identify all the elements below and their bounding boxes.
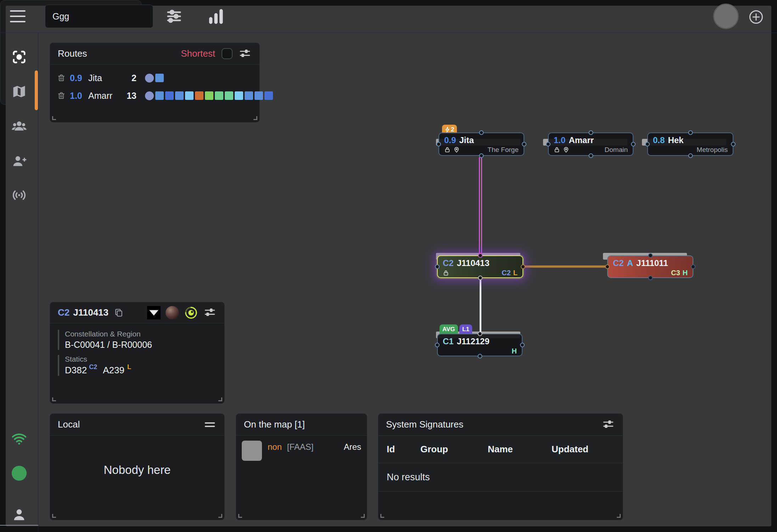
resize-handle[interactable] — [617, 514, 621, 518]
pilot-row[interactable]: non [FAAS] Ares — [236, 436, 367, 466]
system-thumbnail[interactable] — [166, 306, 179, 319]
constellation-region-value: B-C00041 / B-R00006 — [65, 340, 224, 350]
lock-icon — [554, 147, 560, 153]
selected-system-class: C2 — [58, 307, 69, 318]
signatures-settings-icon[interactable] — [602, 419, 615, 431]
lightning-icon — [445, 126, 450, 133]
constellation-region-label: Constellation & Region — [65, 330, 224, 338]
user-avatar[interactable] — [713, 4, 739, 29]
local-panel: Local Nobody here — [50, 413, 225, 520]
route-jump-square — [235, 91, 243, 100]
route-jump-square — [185, 91, 194, 100]
local-menu-icon[interactable] — [203, 421, 217, 429]
statics-label: Statics — [65, 355, 224, 363]
map-node-j110413-selected[interactable]: C2 J110413 C2 L — [437, 255, 523, 278]
shortest-checkbox[interactable] — [222, 48, 233, 59]
local-title: Local — [58, 419, 80, 430]
resize-handle[interactable] — [52, 514, 56, 518]
activity-chart-icon[interactable] — [206, 6, 225, 26]
selected-system-name: J110413 — [73, 307, 108, 318]
system-name: Hek — [668, 135, 683, 145]
routes-settings-icon[interactable] — [238, 48, 252, 60]
connection-status-icon — [11, 431, 27, 447]
online-status-dot — [11, 465, 27, 481]
region-name: The Forge — [487, 146, 519, 154]
pilot-corp-ticker: [FAAS] — [287, 442, 314, 452]
resize-handle[interactable] — [361, 514, 365, 518]
resize-handle[interactable] — [52, 397, 56, 401]
route-security: 0.9 — [70, 73, 88, 83]
left-sidebar — [0, 33, 38, 532]
pin-icon — [563, 147, 569, 153]
add-map-icon[interactable] — [749, 10, 764, 24]
active-tab-indicator — [35, 70, 38, 110]
route-jump-square — [255, 91, 263, 100]
system-name: J112129 — [457, 336, 490, 346]
info-settings-icon[interactable] — [203, 307, 217, 319]
static-class: C2 — [502, 269, 511, 277]
route-row-jita[interactable]: 0.9 Jita 2 — [50, 70, 259, 85]
resize-handle[interactable] — [238, 514, 242, 518]
connection-j110413-j112129[interactable] — [480, 278, 481, 334]
tracking-focus-icon[interactable] — [11, 49, 27, 65]
map-node-j112129[interactable]: C1 J112129 H — [437, 334, 522, 356]
static-class: C3 — [671, 269, 680, 277]
delete-route-icon[interactable] — [57, 91, 66, 100]
route-jump-count: 2 — [114, 73, 136, 83]
route-jump-square — [155, 74, 164, 82]
static-code: A239 — [103, 365, 124, 376]
resize-handle[interactable] — [218, 397, 222, 401]
lock-icon — [444, 147, 451, 153]
connection-jita-j110413[interactable] — [479, 157, 482, 256]
pilot-ship: Ares — [344, 442, 361, 452]
security-status: 1.0 — [554, 135, 565, 145]
j112129-avg-badge: AVG — [440, 324, 458, 334]
static-leads-sup: L — [127, 363, 131, 371]
resize-handle[interactable] — [253, 116, 257, 120]
static-leads-to: H — [512, 347, 517, 355]
system-tag: A — [627, 258, 633, 268]
wormhole-effect-icon[interactable] — [147, 306, 161, 319]
observer-target-icon[interactable] — [184, 306, 198, 320]
top-bar — [0, 0, 777, 33]
signatures-title: System Signatures — [386, 419, 463, 430]
delete-route-icon[interactable] — [57, 73, 66, 83]
map-node-hek[interactable]: 0.8 Hek Metropolis — [647, 132, 733, 156]
map-node-amarr[interactable]: 1.0 Amarr Domain — [548, 132, 633, 156]
route-jump-count: 13 — [114, 91, 136, 101]
route-jump-square — [195, 91, 203, 100]
column-updated[interactable]: Updated — [552, 444, 614, 455]
map-node-jita[interactable]: 0.9 Jita The Forge — [438, 132, 524, 156]
map-node-j111011[interactable]: C2 A J111011 C3 H — [607, 255, 693, 278]
characters-icon[interactable] — [11, 118, 27, 135]
route-jump-square — [175, 91, 184, 100]
on-the-map-panel: On the map [1] non [FAAS] Ares — [236, 413, 367, 520]
profile-icon[interactable] — [11, 507, 27, 523]
connection-j110413-j111011[interactable] — [524, 265, 608, 268]
resize-handle[interactable] — [218, 514, 222, 518]
system-name: J110413 — [457, 258, 490, 268]
route-path-jita — [145, 74, 164, 83]
route-jump-square — [225, 91, 233, 100]
map-name-input[interactable] — [45, 5, 153, 28]
add-character-icon[interactable] — [11, 153, 27, 169]
broadcast-icon[interactable] — [11, 187, 27, 203]
signatures-empty-text: No results — [378, 463, 623, 492]
column-id[interactable]: Id — [387, 444, 420, 455]
route-path-amarr — [145, 91, 273, 100]
system-signatures-panel: System Signatures Id Group Name Updated … — [378, 413, 623, 520]
copy-icon[interactable] — [114, 308, 123, 318]
resize-handle[interactable] — [52, 116, 56, 120]
column-group[interactable]: Group — [420, 444, 488, 455]
wormhole-class: C1 — [443, 336, 454, 346]
pilot-name: non — [268, 442, 282, 452]
route-row-amarr[interactable]: 1.0 Amarr 13 — [50, 88, 259, 103]
menu-icon[interactable] — [10, 10, 26, 22]
map-icon[interactable] — [11, 84, 27, 100]
resize-handle[interactable] — [380, 514, 384, 518]
route-jump-square — [215, 91, 223, 100]
map-filters-icon[interactable] — [165, 8, 183, 25]
system-name: Jita — [459, 135, 474, 145]
column-name[interactable]: Name — [488, 444, 552, 455]
route-jump-square — [264, 91, 273, 100]
